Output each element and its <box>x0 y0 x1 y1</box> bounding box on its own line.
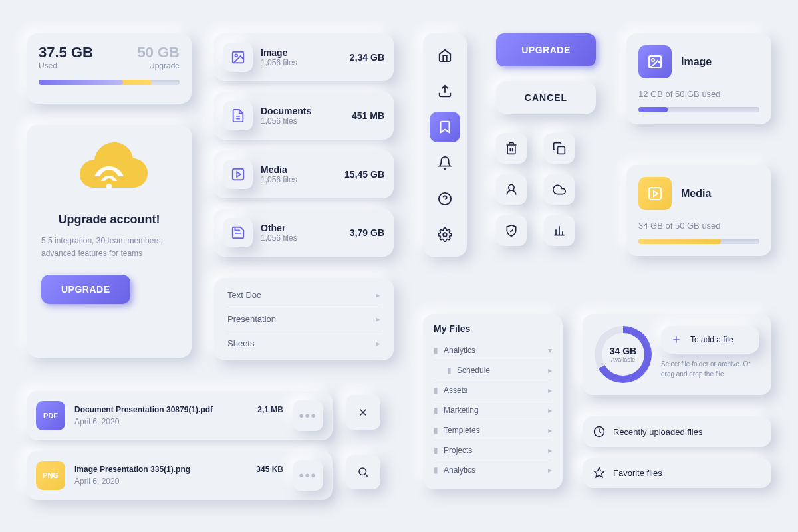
category-image[interactable]: Image 1,056 files 2,34 GB <box>214 33 394 81</box>
svg-point-8 <box>509 185 514 190</box>
folder-schedule[interactable]: ▮Schedule▸ <box>434 360 552 380</box>
image-icon <box>638 45 672 78</box>
doctype-text[interactable]: Text Doc▸ <box>226 283 382 307</box>
recent-files-link[interactable]: Recently uploaded files <box>583 416 771 447</box>
doctype-sheets[interactable]: Sheets▸ <box>226 331 382 355</box>
category-files: 1,056 files <box>261 233 297 243</box>
home-icon[interactable] <box>430 40 460 70</box>
svg-point-4 <box>359 468 366 475</box>
folder-analytics-2[interactable]: ▮Analytics▸ <box>434 460 552 480</box>
play-icon <box>638 177 672 210</box>
available-label: Available <box>611 356 635 363</box>
storage-used-value: 37.5 GB <box>39 44 93 61</box>
bell-icon[interactable] <box>430 148 460 178</box>
svg-rect-7 <box>558 147 565 154</box>
file-name: Image Presentation 335(1).png <box>74 465 190 474</box>
svg-point-2 <box>235 54 237 57</box>
save-icon <box>223 218 253 247</box>
bookmark-icon[interactable] <box>430 112 460 142</box>
svg-point-0 <box>106 184 112 189</box>
storage-total-value: 50 GB <box>137 44 180 61</box>
svg-rect-11 <box>649 188 661 200</box>
svg-rect-3 <box>233 169 244 180</box>
storage-ring: 34 GB Available <box>595 326 652 383</box>
vertical-nav <box>423 33 467 257</box>
png-badge: PNG <box>36 461 65 490</box>
file-date: April 6, 2020 <box>74 477 283 486</box>
upgrade-desc: 5 5 integration, 30 team members, advanc… <box>41 235 177 260</box>
favorite-files-link[interactable]: Favorite files <box>583 458 771 488</box>
usage-media-card: Media 34 GB of 50 GB used <box>626 165 771 256</box>
my-files-panel: My Files ▮Analytics▾ ▮Schedule▸ ▮Assets▸… <box>423 314 563 489</box>
doc-types-list: Text Doc▸ Presentation▸ Sheets▸ <box>214 278 394 360</box>
category-documents[interactable]: Documents 1,056 files 451 MB <box>214 92 394 140</box>
category-size: 3,79 GB <box>350 227 384 238</box>
category-name: Media <box>261 164 297 175</box>
settings-icon[interactable] <box>430 219 460 250</box>
file-row-pdf[interactable]: PDF Document Presentation 30879(1).pdf 2… <box>27 391 332 440</box>
file-size: 345 KB <box>256 465 283 474</box>
help-icon[interactable] <box>430 184 460 214</box>
svg-marker-13 <box>595 468 604 477</box>
storage-total-label: Upgrade <box>149 61 180 70</box>
folder-projects[interactable]: ▮Projects▸ <box>434 440 552 460</box>
category-other[interactable]: Other 1,056 files 3,79 GB <box>214 209 394 257</box>
copy-icon[interactable] <box>544 133 575 164</box>
shield-icon[interactable] <box>496 215 527 246</box>
trash-icon[interactable] <box>496 133 527 164</box>
folder-templetes[interactable]: ▮Templetes▸ <box>434 420 552 440</box>
doctype-presentation[interactable]: Presentation▸ <box>226 307 382 331</box>
pdf-badge: PDF <box>36 401 65 430</box>
my-files-title: My Files <box>434 323 552 334</box>
file-name: Document Presentation 30879(1).pdf <box>74 405 213 414</box>
category-files: 1,056 files <box>261 116 311 126</box>
storage-card: 37.5 GB Used 50 GB Upgrade <box>27 33 192 104</box>
category-files: 1,056 files <box>261 175 297 184</box>
file-row-png[interactable]: PNG Image Presentation 335(1).png 345 KB… <box>27 451 332 500</box>
add-file-button[interactable]: To add a file <box>661 326 759 354</box>
storage-used-label: Used <box>39 61 93 70</box>
svg-point-6 <box>443 233 447 237</box>
usage-image-title: Image <box>681 56 712 68</box>
usage-media-title: Media <box>681 188 711 200</box>
category-size: 2,34 GB <box>350 52 384 63</box>
file-date: April 6, 2020 <box>74 417 283 426</box>
category-name: Documents <box>261 106 311 116</box>
category-name: Image <box>261 47 297 58</box>
upgrade-button[interactable]: UPGRADE <box>41 275 130 304</box>
cloud-wifi-icon <box>69 141 149 201</box>
svg-point-10 <box>652 59 654 61</box>
folder-analytics[interactable]: ▮Analytics▾ <box>434 340 552 360</box>
cancel-action-button[interactable]: CANCEL <box>496 81 596 114</box>
available-value: 34 GB <box>610 346 636 356</box>
more-button[interactable]: ••• <box>293 460 323 491</box>
folder-marketing[interactable]: ▮Marketing▸ <box>434 400 552 420</box>
usage-image-card: Image 12 GB of 50 GB used <box>626 33 771 124</box>
play-icon <box>223 160 253 189</box>
star-icon <box>593 467 605 479</box>
category-size: 15,45 GB <box>344 169 384 180</box>
folder-assets[interactable]: ▮Assets▸ <box>434 380 552 400</box>
chart-icon[interactable] <box>544 215 575 246</box>
close-button[interactable] <box>346 395 380 430</box>
clock-icon <box>593 426 605 438</box>
usage-image-text: 12 GB of 50 GB used <box>638 89 759 99</box>
search-button[interactable] <box>346 455 380 489</box>
upgrade-action-button[interactable]: UPGRADE <box>496 33 596 66</box>
file-size: 2,1 MB <box>257 405 283 414</box>
user-icon[interactable] <box>496 174 527 205</box>
category-size: 451 MB <box>352 110 384 121</box>
more-button[interactable]: ••• <box>293 400 323 431</box>
cloud-icon[interactable] <box>544 174 575 205</box>
category-media[interactable]: Media 1,056 files 15,45 GB <box>214 150 394 198</box>
category-name: Other <box>261 223 297 233</box>
available-panel: 34 GB Available To add a file Select fil… <box>583 314 771 395</box>
category-files: 1,056 files <box>261 58 297 67</box>
plus-icon <box>668 331 685 348</box>
upgrade-account-card: Upgrade account! 5 5 integration, 30 tea… <box>27 125 192 358</box>
document-icon <box>223 101 253 130</box>
image-icon <box>223 43 253 72</box>
add-file-hint: Select file folder or archive. Or drag a… <box>661 359 759 379</box>
usage-media-text: 34 GB of 50 GB used <box>638 221 759 231</box>
upload-icon[interactable] <box>430 76 460 106</box>
